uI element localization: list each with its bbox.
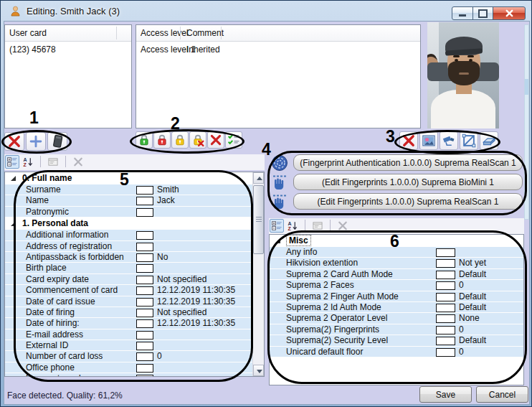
value-checkbox[interactable] [136,309,153,317]
property-row[interactable]: Additional information [5,230,252,240]
lock-yellow-delete-button[interactable] [189,131,206,149]
property-row[interactable]: Unicard default floor0 [270,347,523,357]
fingerprint-device-button[interactable]: (Edit Fingerprints 1.0.0.0) Suprema Real… [293,193,523,210]
fingerprint-device-button[interactable]: (Fingerprint Authentication 1.0.0.0) Sup… [293,154,523,171]
lock-yellow-button[interactable] [171,131,189,149]
delete-button[interactable] [4,132,24,151]
property-row[interactable]: SurnameSmith [5,184,252,195]
value-checkbox[interactable] [136,375,153,377]
category-row[interactable]: 0. Full name [5,172,252,184]
property-row[interactable]: Date of firingNot specified [5,307,252,318]
value-checkbox[interactable] [136,208,153,217]
photo-mouth [459,72,469,75]
property-row[interactable]: Suprema(2) Security LevelDefault [270,335,523,346]
card-reader-button[interactable] [47,132,67,151]
value-checkbox[interactable] [136,186,153,195]
value-checkbox[interactable] [136,264,153,273]
property-row[interactable]: Birth place [5,263,252,273]
user-card-list[interactable]: User card (123) 45678 [4,24,132,128]
svg-text:Z: Z [23,162,27,167]
sort-az-button[interactable]: AZ [285,219,300,233]
add-button[interactable] [26,132,46,151]
collapse-triangle-icon[interactable] [11,221,16,226]
delete-button[interactable] [207,131,224,149]
property-row[interactable]: Antipassback is forbiddenNo [5,252,252,263]
property-row[interactable]: Office phone [5,362,252,373]
value-checkbox[interactable] [436,259,455,268]
property-row[interactable]: Date of hiring:12.12.2019 11:30:35 [5,318,252,329]
value-checkbox[interactable] [136,319,153,328]
scanner-button[interactable] [480,131,498,150]
scrollbar-thumb[interactable] [253,185,264,254]
property-row[interactable]: Suprema 2 Card Auth ModeDefault [270,269,523,280]
vertical-scrollbar[interactable] [524,24,529,220]
value-checkbox[interactable] [136,364,153,373]
scroll-down-button[interactable] [253,365,264,376]
delete-button[interactable] [399,131,418,150]
property-row[interactable]: E-mail address [5,329,252,340]
property-row[interactable]: NameJack [5,195,252,206]
value-checkbox[interactable] [436,314,455,323]
scrollbar-thumb[interactable] [525,79,528,95]
value-checkbox[interactable] [136,352,153,361]
cancel-button[interactable]: Cancel [476,386,528,403]
collapse-triangle-icon[interactable] [11,176,16,181]
property-row[interactable]: Passport number [5,373,252,377]
value-checkbox[interactable] [136,231,153,240]
property-row[interactable]: Number of card loss0 [5,351,252,362]
save-button[interactable]: Save [419,386,472,403]
value-checkbox[interactable] [436,348,455,357]
property-row[interactable]: Address of registration [5,241,252,252]
value-checkbox[interactable] [436,337,455,345]
property-row[interactable]: Card expiry dateNot specified [5,274,252,285]
property-row[interactable]: Any info [270,247,523,258]
categorized-view-button[interactable] [5,155,19,169]
fingerprint-device-button[interactable]: (Edit Fingerprints 1.0.0.0) Suprema BioM… [293,174,523,190]
maximize-button[interactable] [472,6,493,20]
property-row[interactable]: External ID [5,340,252,351]
user-card-row[interactable]: (123) 45678 [5,42,131,57]
add-icon [28,134,44,149]
value-checkbox[interactable] [436,304,455,312]
apply-access-list-button[interactable] [225,131,242,149]
value-checkbox[interactable] [136,342,153,350]
lock-red-button[interactable] [153,131,171,149]
access-level-table[interactable]: Access level Comment Access level 1 Inhe… [136,24,421,128]
categorized-view-button[interactable] [270,219,284,233]
value-checkbox[interactable] [136,276,153,284]
minimize-button[interactable] [452,6,473,20]
lock-green-button[interactable] [136,131,153,149]
property-row[interactable]: Suprema(2) Fingerprints0 [270,324,523,335]
property-row[interactable]: Date of card issue12.12.2019 11:30:35 [5,296,252,307]
sort-az-button[interactable]: AZ [21,155,35,169]
photo-image-button[interactable] [419,131,438,150]
access-level-row[interactable]: Access level 1 Inherited [136,42,420,57]
value-checkbox[interactable] [136,286,153,295]
property-row[interactable]: Suprema 2 Finger Auth ModeDefault [270,291,523,302]
property-row[interactable]: Suprema 2 Faces0 [270,280,523,291]
value-checkbox[interactable] [436,271,455,279]
property-row[interactable]: Commencement of card12.12.2019 11:30:35 [5,285,252,296]
value-checkbox[interactable] [136,197,153,205]
property-row[interactable]: Suprema 2 Id Auth ModeDefault [270,302,523,313]
value-checkbox[interactable] [136,243,153,251]
collapse-triangle-icon[interactable] [275,238,280,243]
value-checkbox[interactable] [436,326,455,335]
camera-button[interactable] [440,131,458,150]
close-button[interactable] [493,6,526,20]
value-checkbox[interactable] [436,248,455,257]
scroll-up-button[interactable] [253,172,264,184]
category-row[interactable]: 1. Personal data [5,217,252,230]
property-row[interactable]: Suprema 2 Operator LevelNone [270,313,523,324]
value-checkbox[interactable] [136,253,153,262]
value-checkbox[interactable] [436,293,455,301]
category-row[interactable]: Misc [270,235,523,247]
value-checkbox[interactable] [136,331,153,340]
field-label: Surname [5,184,61,195]
grid-vertical-scrollbar[interactable] [252,172,264,376]
value-checkbox[interactable] [436,281,455,290]
crop-photo-button[interactable] [460,131,478,150]
value-checkbox[interactable] [136,298,153,307]
property-row[interactable]: Patronymic [5,207,252,217]
property-row[interactable]: Hikvision extentionNot yet configured [270,258,523,268]
